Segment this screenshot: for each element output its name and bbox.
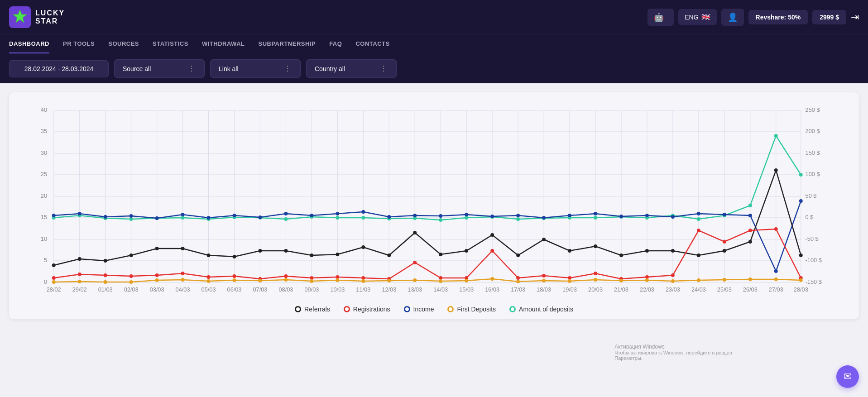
balance-button[interactable]: 2999 $ (812, 10, 846, 24)
svg-point-155 (233, 255, 236, 258)
svg-point-162 (413, 231, 417, 234)
svg-text:10: 10 (41, 235, 47, 242)
svg-text:18/03: 18/03 (537, 286, 551, 293)
user-icon: 👤 (728, 13, 738, 22)
svg-text:12/03: 12/03 (382, 286, 396, 293)
svg-point-216 (259, 279, 262, 282)
svg-point-160 (361, 245, 365, 249)
svg-point-151 (129, 254, 133, 257)
svg-text:25: 25 (41, 171, 47, 177)
nav-dashboard[interactable]: DASHBOARD (9, 35, 49, 53)
svg-text:100 $: 100 $ (806, 171, 820, 177)
svg-point-138 (568, 214, 571, 217)
revshare-button[interactable]: Revshare: 50% (748, 10, 808, 24)
header: LUCKY STAR 🤖 ENG 🇬🇧 👤 Revshare: 50% 2999… (0, 0, 868, 34)
platform-toggle-button[interactable]: 🤖 (647, 9, 674, 26)
svg-point-227 (542, 279, 546, 282)
svg-point-192 (413, 261, 417, 264)
yellow-line (54, 279, 801, 282)
svg-point-235 (748, 277, 752, 281)
legend-income: Income (404, 306, 434, 313)
svg-point-204 (723, 240, 726, 244)
svg-point-166 (516, 254, 520, 257)
nav-sources[interactable]: SOURCES (108, 35, 139, 53)
svg-point-193 (439, 276, 442, 280)
legend-registrations-dot (344, 306, 350, 312)
user-profile-button[interactable]: 👤 (721, 9, 744, 26)
svg-point-228 (568, 279, 571, 283)
svg-point-177 (799, 254, 803, 257)
nav-faq[interactable]: FAQ (329, 35, 342, 53)
svg-point-149 (78, 257, 82, 261)
svg-text:29/02: 29/02 (72, 286, 87, 293)
svg-text:200 $: 200 $ (806, 128, 820, 134)
svg-point-109 (594, 216, 597, 220)
svg-text:06/03: 06/03 (227, 286, 242, 293)
svg-point-231 (645, 278, 649, 282)
svg-point-190 (361, 276, 365, 280)
svg-point-182 (155, 273, 159, 277)
svg-text:25/03: 25/03 (717, 286, 732, 293)
source-filter[interactable]: Source all ⋮ (114, 59, 205, 78)
nav-statistics[interactable]: STATISTICS (153, 35, 188, 53)
svg-point-183 (181, 272, 185, 275)
svg-point-99 (336, 216, 339, 220)
svg-point-132 (413, 214, 417, 217)
link-filter[interactable]: Link all ⋮ (210, 59, 301, 78)
svg-point-229 (594, 278, 597, 282)
svg-point-161 (387, 254, 391, 257)
svg-point-150 (104, 259, 107, 263)
svg-point-163 (439, 253, 442, 256)
country-filter[interactable]: Country all ⋮ (306, 59, 397, 78)
svg-text:50 $: 50 $ (806, 192, 817, 199)
svg-text:14/03: 14/03 (433, 286, 448, 293)
language-selector[interactable]: ENG 🇬🇧 (678, 9, 716, 25)
svg-point-154 (207, 254, 211, 257)
svg-point-232 (671, 279, 675, 283)
svg-text:15: 15 (41, 214, 47, 220)
nav-withdrawal[interactable]: WITHDRAWAL (202, 35, 245, 53)
svg-text:-100 $: -100 $ (806, 257, 822, 263)
svg-point-221 (387, 279, 391, 282)
svg-point-206 (774, 227, 778, 231)
svg-point-174 (723, 249, 726, 253)
country-dots-icon: ⋮ (380, 64, 388, 73)
svg-text:0 $: 0 $ (806, 214, 814, 220)
svg-point-134 (465, 213, 468, 216)
svg-point-141 (645, 214, 649, 217)
svg-point-104 (465, 216, 468, 220)
svg-point-100 (361, 216, 365, 220)
svg-point-118 (52, 214, 56, 217)
nav-subpartnership[interactable]: SUBPARTNERSHIP (258, 35, 316, 53)
logo-text: LUCKY STAR (35, 9, 65, 25)
svg-text:05/03: 05/03 (201, 286, 216, 293)
svg-point-148 (52, 263, 56, 267)
chart-container: .grid-line { stroke: #dcdce8; stroke-wid… (9, 92, 859, 319)
legend-first-deposits-dot (447, 306, 454, 312)
svg-point-171 (645, 249, 649, 253)
logo: LUCKY STAR (9, 6, 65, 28)
svg-text:03/03: 03/03 (150, 286, 164, 293)
svg-point-165 (490, 233, 494, 237)
filter-bar: 28.02.2024 - 28.03.2024 Source all ⋮ Lin… (0, 54, 868, 83)
logout-button[interactable]: ⇥ (851, 11, 859, 23)
svg-point-115 (748, 204, 752, 207)
svg-text:28/03: 28/03 (794, 286, 808, 293)
date-range-filter[interactable]: 28.02.2024 - 28.03.2024 (9, 60, 109, 77)
svg-point-210 (104, 280, 107, 284)
svg-point-199 (594, 272, 597, 275)
svg-point-136 (516, 214, 520, 217)
nav-contacts[interactable]: CONTACTS (355, 35, 389, 53)
svg-point-144 (723, 213, 726, 216)
svg-text:11/03: 11/03 (356, 286, 370, 293)
svg-point-172 (671, 249, 675, 253)
svg-point-142 (671, 215, 675, 219)
nav-pr-tools[interactable]: PR TOOLS (63, 35, 95, 53)
svg-point-127 (284, 212, 288, 215)
svg-point-187 (284, 274, 288, 278)
svg-point-188 (310, 276, 313, 280)
legend-registrations: Registrations (344, 306, 390, 313)
svg-point-113 (697, 217, 700, 221)
svg-point-158 (310, 254, 313, 257)
svg-point-181 (129, 274, 133, 278)
